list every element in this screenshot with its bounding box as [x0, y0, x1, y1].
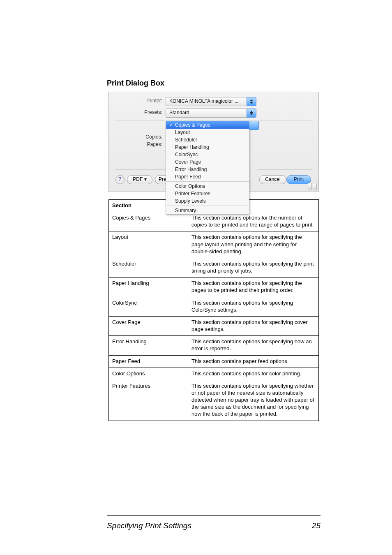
table-cell-section: Cover Page	[109, 316, 188, 335]
table-row: ColorSync This section contains options …	[109, 297, 319, 316]
scroll-arrows-icon	[308, 183, 317, 190]
page-number: 25	[312, 521, 321, 530]
cancel-button[interactable]: Cancel	[259, 175, 286, 184]
table-row: Color Options This section contains opti…	[109, 368, 319, 380]
table-cell-desc: This section contains options for specif…	[188, 258, 319, 277]
table-row: Printer Features This section contains o…	[109, 380, 319, 421]
table-cell-desc: This section contains options for specif…	[188, 297, 319, 316]
table-row: Cover Page This section contains options…	[109, 316, 319, 335]
table-cell-desc: This section contains options for specif…	[188, 336, 319, 355]
pages-label: Pages:	[117, 141, 162, 147]
menu-item[interactable]: Color Options	[166, 183, 249, 190]
menu-item[interactable]: Scheduler	[166, 136, 249, 143]
table-cell-desc: This section contains options for the nu…	[188, 212, 319, 231]
sections-description-table: Section Description Copies & Pages This …	[108, 199, 319, 421]
stepper-icon[interactable]	[249, 121, 259, 130]
menu-item[interactable]: Printer Features	[166, 190, 249, 197]
copies-label: Copies:	[117, 134, 162, 140]
menu-item[interactable]: Cover Page	[166, 158, 249, 166]
menu-item[interactable]: Error Handling	[166, 166, 249, 173]
menu-item-label: Copies & Pages	[175, 122, 210, 128]
footer-rule	[107, 515, 321, 516]
stepper-icon[interactable]	[247, 97, 256, 106]
table-cell-section: Layout	[109, 231, 188, 258]
check-icon: ✓	[169, 123, 173, 128]
table-cell-section: ColorSync	[109, 297, 188, 316]
table-cell-section: Scheduler	[109, 258, 188, 277]
menu-item[interactable]: Paper Feed	[166, 173, 249, 180]
table-cell-desc: This section contains options for specif…	[188, 316, 319, 335]
print-button[interactable]: Print	[286, 175, 311, 184]
table-cell-desc: This section contains paper feed options…	[188, 355, 319, 368]
printer-select[interactable]: KONICA MINOLTA magicolor ...	[166, 97, 250, 106]
table-cell-desc: This section contains options for specif…	[188, 380, 319, 421]
menu-item[interactable]: Layout	[166, 129, 249, 136]
table-cell-section: Copies & Pages	[109, 212, 188, 231]
table-cell-section: Paper Feed	[109, 355, 188, 368]
table-row: Paper Handling This section contains opt…	[109, 278, 319, 297]
table-cell-section: Paper Handling	[109, 278, 188, 297]
menu-item-selected[interactable]: ✓ Copies & Pages	[166, 121, 249, 129]
table-row: Copies & Pages This section contains opt…	[109, 212, 319, 231]
table-cell-section: Color Options	[109, 368, 188, 380]
pdf-button[interactable]: PDF ▾	[127, 175, 152, 184]
help-button[interactable]: ?	[115, 175, 125, 184]
table-cell-section: Error Handling	[109, 336, 188, 355]
table-row: Paper Feed This section contains paper f…	[109, 355, 319, 368]
print-dialog-screenshot: Printer: KONICA MINOLTA magicolor ... Pr…	[108, 92, 319, 192]
stepper-icon[interactable]	[247, 109, 256, 118]
table-cell-desc: This section contains options for color …	[188, 368, 319, 380]
table-row: Layout This section contains options for…	[109, 231, 319, 258]
section-select-menu[interactable]: ✓ Copies & Pages Layout Scheduler Paper …	[166, 121, 249, 215]
footer-title: Specifying Print Settings	[107, 521, 191, 530]
menu-item[interactable]: ColorSync	[166, 151, 249, 158]
printer-label: Printer:	[117, 98, 162, 104]
table-cell-section: Printer Features	[109, 380, 188, 421]
presets-label: Presets:	[117, 109, 162, 115]
table-cell-desc: This section contains options for specif…	[188, 231, 319, 258]
table-row: Error Handling This section contains opt…	[109, 336, 319, 355]
table-row: Scheduler This section contains options …	[109, 258, 319, 277]
presets-select[interactable]: Standard	[166, 109, 250, 118]
section-heading: Print Dialog Box	[107, 79, 320, 88]
menu-item[interactable]: Supply Levels	[166, 197, 249, 205]
menu-item[interactable]: Paper Handling	[166, 143, 249, 151]
menu-item[interactable]: Summary	[166, 207, 249, 214]
table-cell-desc: This section contains options for specif…	[188, 278, 319, 297]
